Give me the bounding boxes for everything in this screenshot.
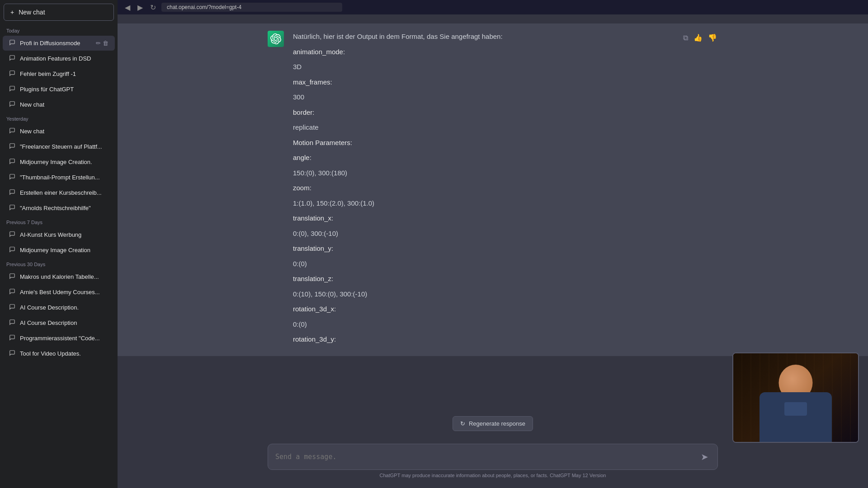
chat-item-text: New chat [20,128,108,135]
param-line-6: Motion Parameters: [293,137,673,149]
chat-item-3-0[interactable]: Makros und Kalorien Tabelle... [3,269,115,284]
section-label-1: Yesterday [0,113,118,123]
chat-icon [9,39,16,47]
chat-item-text: "Freelancer Steuern auf Plattf... [20,143,108,150]
section-label-0: Today [0,24,118,35]
chat-item-0-0[interactable]: Profi in Diffusionsmode✏🗑 [3,36,115,51]
sidebar: + New chat TodayProfi in Diffusionsmode✏… [0,0,118,488]
message-content: Natürlich, hier ist der Output in dem Fo… [293,31,673,349]
send-button[interactable]: ➤ [699,450,710,464]
regenerate-button[interactable]: ↻ Regenerate response [453,416,533,431]
send-icon: ➤ [701,452,708,462]
input-wrapper: ➤ [268,444,718,470]
back-button[interactable]: ◀ [123,2,132,13]
param-line-0: animation_mode: [293,46,673,58]
thumbdown-button[interactable]: 👎 [707,33,718,43]
message-input[interactable] [275,453,694,461]
chat-item-0-2[interactable]: Fehler beim Zugriff -1 [3,66,115,81]
sidebar-sections: TodayProfi in Diffusionsmode✏🗑Animation … [0,24,118,361]
chat-item-1-2[interactable]: Midjourney Image Creation. [3,155,115,169]
param-line-17: rotation_3d_x: [293,303,673,315]
section-label-3: Previous 30 Days [0,258,118,269]
chat-icon [9,246,16,254]
chat-item-text: Midjourney Image Creation [20,247,108,253]
video-overlay [732,352,859,443]
chat-item-text: AI Course Description. [20,304,108,311]
edit-icon[interactable]: ✏ [96,40,101,47]
gpt-avatar [268,31,284,47]
message-actions: ⧉ 👍 👎 [682,33,718,43]
param-line-13: translation_y: [293,243,673,254]
video-content [733,353,858,442]
param-line-18: 0:(0) [293,319,673,330]
chat-item-1-4[interactable]: Erstellen einer Kursbeschreib... [3,185,115,200]
chat-icon [9,143,16,150]
chat-item-text: "Thumbnail-Prompt Erstellun... [20,174,108,181]
param-line-10: 1:(1.0), 150:(2.0), 300:(1.0) [293,197,673,209]
chat-item-text: Midjourney Image Creation. [20,159,108,165]
chat-icon [9,334,16,342]
chat-item-3-4[interactable]: Programmierassistent "Code... [3,331,115,346]
chat-icon [9,55,16,62]
chat-icon [9,204,16,212]
chat-item-3-2[interactable]: AI Course Description. [3,300,115,315]
param-line-11: translation_x: [293,212,673,224]
chat-item-0-4[interactable]: New chat [3,97,115,112]
chat-item-2-0[interactable]: AI-Kunst Kurs Werbung [3,227,115,242]
chat-icon [9,350,16,357]
param-line-15: translation_z: [293,273,673,285]
new-chat-button[interactable]: + New chat [4,4,114,21]
chat-icon [9,127,16,135]
chat-item-text: Programmierassistent "Code... [20,335,108,342]
chat-item-text: Animation Features in DSD [20,55,108,62]
chat-icon [9,101,16,108]
thumbup-button[interactable]: 👍 [693,33,703,43]
chat-item-text: AI-Kunst Kurs Werbung [20,231,108,238]
url-bar[interactable]: chat.openai.com/?model=gpt-4 [161,3,342,12]
chat-icon [9,304,16,311]
chat-icon [9,273,16,281]
param-line-16: 0:(10), 150:(0), 300:(-10) [293,288,673,300]
disclaimer: ChatGPT may produce inaccurate informati… [268,470,718,481]
chat-item-text: New chat [20,101,108,108]
chat-item-3-1[interactable]: Arnie's Best Udemy Courses... [3,285,115,300]
chat-item-actions: ✏🗑 [96,40,108,47]
chat-item-1-1[interactable]: "Freelancer Steuern auf Plattf... [3,139,115,154]
param-line-3: 300 [293,91,673,103]
delete-icon[interactable]: 🗑 [103,40,108,47]
chat-item-3-5[interactable]: Tool for Video Updates. [3,346,115,361]
forward-button[interactable]: ▶ [136,2,145,13]
section-label-2: Previous 7 Days [0,216,118,227]
param-line-7: angle: [293,152,673,164]
chat-icon [9,158,16,166]
regenerate-label: Regenerate response [469,420,525,427]
chat-item-3-3[interactable]: AI Course Description [3,315,115,330]
param-line-12: 0:(0), 300:(-10) [293,228,673,239]
chat-item-1-0[interactable]: New chat [3,124,115,139]
chat-icon [9,189,16,197]
reload-button[interactable]: ↻ [148,2,158,13]
chat-item-0-1[interactable]: Animation Features in DSD [3,51,115,66]
param-line-9: zoom: [293,182,673,194]
intro-text: Natürlich, hier ist der Output in dem Fo… [293,31,673,42]
chat-icon [9,288,16,296]
params-container: animation_mode:3Dmax_frames:300border:re… [293,46,673,345]
browser-bar: ◀ ▶ ↻ chat.openai.com/?model=gpt-4 [118,0,868,14]
chat-item-text: AI Course Description [20,319,108,326]
chat-item-text: Fehler beim Zugriff -1 [20,70,108,77]
main-content: ◀ ▶ ↻ chat.openai.com/?model=gpt-4 Natür… [118,0,868,488]
chat-icon [9,231,16,239]
chat-icon [9,174,16,181]
chat-item-1-3[interactable]: "Thumbnail-Prompt Erstellun... [3,170,115,185]
param-line-2: max_frames: [293,76,673,88]
chat-item-1-5[interactable]: "Arnolds Rechtschreibhilfe" [3,201,115,216]
copy-button[interactable]: ⧉ [682,33,689,43]
chat-item-2-1[interactable]: Midjourney Image Creation [3,243,115,258]
regenerate-icon: ↻ [460,420,465,427]
chat-item-text: Profi in Diffusionsmode [20,40,92,47]
input-area: ➤ ChatGPT may produce inaccurate informa… [118,436,868,488]
param-line-4: border: [293,107,673,118]
param-line-19: rotation_3d_y: [293,333,673,345]
chat-icon [9,70,16,78]
chat-item-0-3[interactable]: Plugins für ChatGPT [3,82,115,97]
